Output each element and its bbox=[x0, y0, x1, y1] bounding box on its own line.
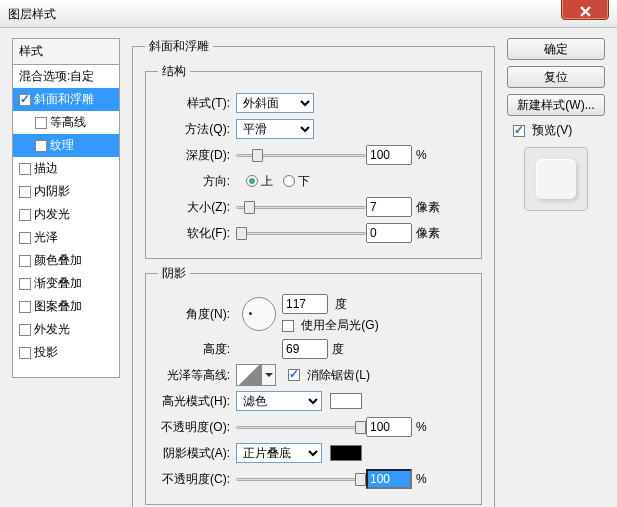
sidebar-label-4: 描边 bbox=[34, 160, 58, 177]
highlight-opacity-label: 不透明度(O): bbox=[158, 419, 230, 436]
cancel-button[interactable]: 复位 bbox=[507, 66, 605, 88]
sidebar-item-3[interactable]: 纹理 bbox=[13, 134, 119, 157]
style-list-header: 样式 bbox=[13, 39, 119, 65]
sidebar-checkbox-5[interactable] bbox=[19, 186, 31, 198]
angle-label: 角度(N): bbox=[158, 306, 230, 323]
sidebar-label-11: 外发光 bbox=[34, 321, 70, 338]
size-slider[interactable] bbox=[236, 200, 366, 214]
depth-input[interactable] bbox=[366, 145, 412, 165]
size-unit: 像素 bbox=[416, 199, 440, 216]
sidebar-checkbox-11[interactable] bbox=[19, 324, 31, 336]
angle-wheel[interactable] bbox=[242, 297, 276, 331]
sidebar-label-6: 内发光 bbox=[34, 206, 70, 223]
sidebar-checkbox-7[interactable] bbox=[19, 232, 31, 244]
style-select[interactable]: 外斜面 bbox=[236, 93, 314, 113]
technique-label: 方法(Q): bbox=[158, 121, 230, 138]
preview-label: 预览(V) bbox=[532, 123, 572, 137]
shading-group: 阴影 角度(N): 度 使用全局光(G) bbox=[145, 265, 482, 505]
sidebar-label-0: 混合选项:自定 bbox=[19, 68, 94, 85]
sidebar-label-12: 投影 bbox=[34, 344, 58, 361]
highlight-mode-select[interactable]: 滤色 bbox=[236, 391, 322, 411]
sidebar-checkbox-3[interactable] bbox=[35, 140, 47, 152]
altitude-input[interactable] bbox=[282, 339, 328, 359]
sidebar-item-5[interactable]: 内阴影 bbox=[13, 180, 119, 203]
global-light-checkbox[interactable] bbox=[282, 320, 294, 332]
direction-up-label: 上 bbox=[261, 173, 273, 190]
sidebar-item-2[interactable]: 等高线 bbox=[13, 111, 119, 134]
sidebar-label-7: 光泽 bbox=[34, 229, 58, 246]
highlight-color-swatch[interactable] bbox=[330, 393, 362, 409]
depth-unit: % bbox=[416, 148, 427, 162]
sidebar-label-2: 等高线 bbox=[50, 114, 86, 131]
soften-unit: 像素 bbox=[416, 225, 440, 242]
sidebar-item-8[interactable]: 颜色叠加 bbox=[13, 249, 119, 272]
depth-label: 深度(D): bbox=[158, 147, 230, 164]
sidebar-checkbox-1[interactable] bbox=[19, 94, 31, 106]
shading-legend: 阴影 bbox=[158, 265, 190, 282]
shadow-mode-label: 阴影模式(A): bbox=[158, 445, 230, 462]
soften-slider[interactable] bbox=[236, 226, 366, 240]
title: 图层样式 bbox=[8, 7, 56, 21]
sidebar-checkbox-12[interactable] bbox=[19, 347, 31, 359]
right-pane: 确定 复位 新建样式(W)... 预览(V) bbox=[507, 38, 605, 219]
new-style-button[interactable]: 新建样式(W)... bbox=[507, 94, 605, 116]
style-label: 样式(T): bbox=[158, 95, 230, 112]
highlight-opacity-unit: % bbox=[416, 420, 427, 434]
antialias-checkbox[interactable] bbox=[288, 369, 300, 381]
sidebar-checkbox-9[interactable] bbox=[19, 278, 31, 290]
structure-group: 结构 样式(T): 外斜面 方法(Q): 平滑 深度(D): % 方向: bbox=[145, 63, 482, 259]
shadow-color-swatch[interactable] bbox=[330, 445, 362, 461]
sidebar-item-12[interactable]: 投影 bbox=[13, 341, 119, 364]
sidebar-checkbox-6[interactable] bbox=[19, 209, 31, 221]
highlight-opacity-input[interactable] bbox=[366, 417, 412, 437]
sidebar-item-1[interactable]: 斜面和浮雕 bbox=[13, 88, 119, 111]
soften-input[interactable] bbox=[366, 223, 412, 243]
sidebar-item-0[interactable]: 混合选项:自定 bbox=[13, 65, 119, 88]
sidebar-label-9: 渐变叠加 bbox=[34, 275, 82, 292]
sidebar-label-5: 内阴影 bbox=[34, 183, 70, 200]
sidebar-item-11[interactable]: 外发光 bbox=[13, 318, 119, 341]
gloss-contour[interactable] bbox=[236, 364, 262, 386]
close-button[interactable] bbox=[561, 0, 609, 20]
shadow-opacity-label: 不透明度(C): bbox=[158, 471, 230, 488]
soften-label: 软化(F): bbox=[158, 225, 230, 242]
gloss-label: 光泽等高线: bbox=[158, 367, 230, 384]
sidebar-label-1: 斜面和浮雕 bbox=[34, 91, 94, 108]
angle-input[interactable] bbox=[282, 294, 328, 314]
direction-down-radio[interactable] bbox=[283, 175, 295, 187]
highlight-opacity-slider[interactable] bbox=[236, 420, 366, 434]
angle-unit: 度 bbox=[335, 297, 347, 311]
shadow-opacity-unit: % bbox=[416, 472, 427, 486]
altitude-unit: 度 bbox=[332, 341, 344, 358]
close-icon bbox=[580, 6, 591, 17]
shadow-opacity-slider[interactable] bbox=[236, 472, 366, 486]
shadow-mode-select[interactable]: 正片叠底 bbox=[236, 443, 322, 463]
sidebar-item-4[interactable]: 描边 bbox=[13, 157, 119, 180]
ok-button[interactable]: 确定 bbox=[507, 38, 605, 60]
technique-select[interactable]: 平滑 bbox=[236, 119, 314, 139]
style-list: 样式 混合选项:自定斜面和浮雕等高线纹理描边内阴影内发光光泽颜色叠加渐变叠加图案… bbox=[12, 38, 120, 378]
depth-slider[interactable] bbox=[236, 148, 366, 162]
size-label: 大小(Z): bbox=[158, 199, 230, 216]
sidebar-checkbox-8[interactable] bbox=[19, 255, 31, 267]
preview-checkbox[interactable] bbox=[513, 125, 525, 137]
sidebar-item-6[interactable]: 内发光 bbox=[13, 203, 119, 226]
sidebar-item-7[interactable]: 光泽 bbox=[13, 226, 119, 249]
sidebar-item-9[interactable]: 渐变叠加 bbox=[13, 272, 119, 295]
gloss-contour-dropdown[interactable] bbox=[262, 364, 276, 386]
structure-legend: 结构 bbox=[158, 63, 190, 80]
size-input[interactable] bbox=[366, 197, 412, 217]
bevel-legend: 斜面和浮雕 bbox=[145, 38, 213, 55]
direction-down-label: 下 bbox=[298, 173, 310, 190]
sidebar-checkbox-2[interactable] bbox=[35, 117, 47, 129]
global-light-label: 使用全局光(G) bbox=[301, 318, 378, 332]
preview-swatch bbox=[524, 147, 588, 211]
sidebar-item-10[interactable]: 图案叠加 bbox=[13, 295, 119, 318]
shadow-opacity-input[interactable] bbox=[366, 469, 412, 489]
sidebar-label-10: 图案叠加 bbox=[34, 298, 82, 315]
sidebar-label-3: 纹理 bbox=[50, 137, 74, 154]
altitude-label: 高度: bbox=[158, 341, 230, 358]
sidebar-checkbox-10[interactable] bbox=[19, 301, 31, 313]
direction-up-radio[interactable] bbox=[246, 175, 258, 187]
sidebar-checkbox-4[interactable] bbox=[19, 163, 31, 175]
